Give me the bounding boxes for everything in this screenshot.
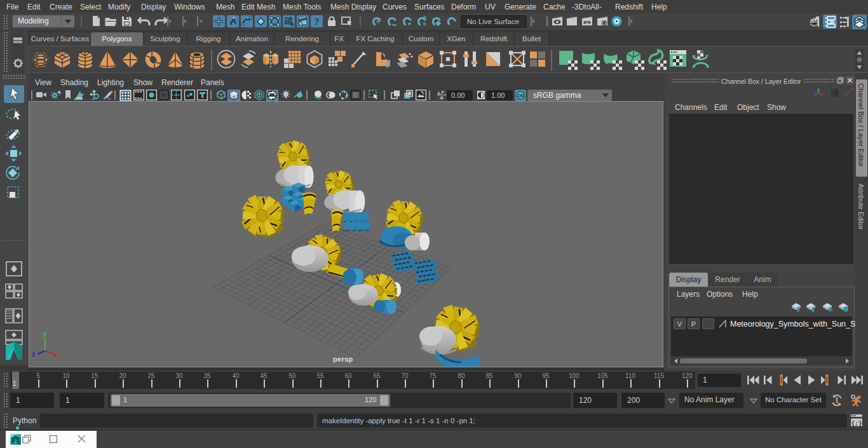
svg-text:{;}: {;}: [851, 421, 862, 427]
svg-text:?: ?: [315, 17, 320, 27]
svg-text:y: y: [43, 330, 47, 337]
svg-text:z: z: [32, 350, 36, 358]
svg-text:IPR: IPR: [583, 20, 591, 25]
svg-text:ON: ON: [517, 93, 524, 98]
svg-text:x: x: [53, 351, 58, 358]
svg-text:persp: persp: [333, 355, 353, 363]
